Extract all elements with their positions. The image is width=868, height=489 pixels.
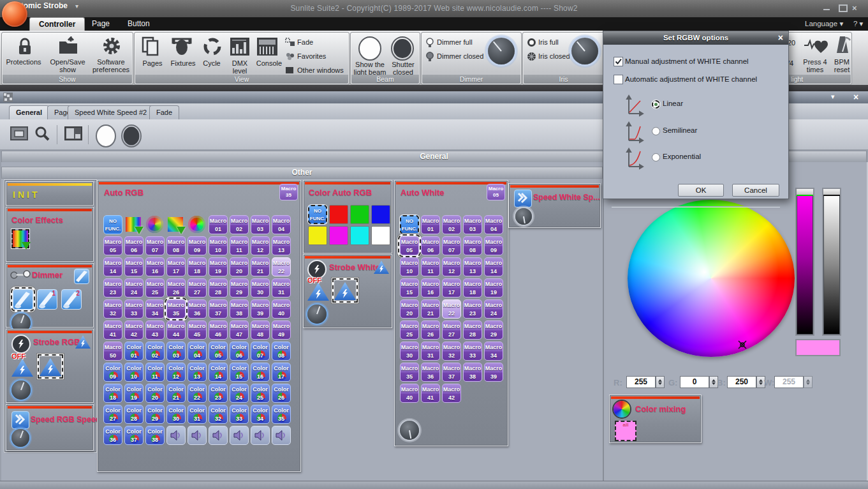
dimmer-beam-button-1[interactable]: 1 [37,289,57,310]
color-auto-rgb-swatch-1[interactable] [329,205,348,224]
white-slider-handle[interactable] [823,189,840,196]
maximize-button[interactable] [837,3,848,11]
color-wheel-effect-icon[interactable] [145,215,165,234]
rainbow-diagonal-effect-icon[interactable] [166,215,186,234]
iris-full-button[interactable]: Iris full [538,38,559,46]
auto-white-macro-button-31[interactable]: Macro31 [421,342,440,361]
auto-rgb-macro-button-14[interactable]: Macro14 [103,257,122,276]
auto-white-macro-button-36[interactable]: Macro36 [421,363,440,382]
auto-rgb-no-func-button[interactable]: NOFUNC. [103,215,122,234]
dimmer-panel[interactable]: Dimmer 1 2 [6,263,94,327]
auto-rgb-color-button-22[interactable]: Color22 [188,384,207,403]
auto-rgb-color-button-38[interactable]: Color38 [145,426,165,445]
auto-rgb-macro-button-18[interactable]: Macro18 [188,257,207,276]
iris-closed-button[interactable]: Iris closed [538,52,570,60]
color-auto-rgb-swatch-3[interactable] [371,205,390,224]
dimmer-knob[interactable] [488,38,515,64]
strobe-rgb-knob[interactable] [11,380,31,400]
auto-white-macro-button-08[interactable]: Macro08 [463,236,482,255]
auto-white-macro-button-13[interactable]: Macro13 [463,257,482,276]
protections-button[interactable]: Protections [3,58,44,66]
auto-rgb-color-button-37[interactable]: Color37 [124,426,143,445]
dmx-level-button[interactable]: DMX level [226,59,253,75]
auto-rgb-color-button-02[interactable]: Color02 [145,342,165,361]
auto-rgb-speaker-button-4[interactable] [230,426,249,445]
auto-rgb-color-button-21[interactable]: Color21 [166,384,186,403]
auto-rgb-color-button-36[interactable]: Color36 [103,426,122,445]
auto-rgb-color-button-17[interactable]: Color17 [272,363,291,382]
auto-rgb-macro-button-12[interactable]: Macro12 [251,236,270,255]
white-beam-button[interactable] [94,124,117,148]
auto-rgb-macro-button-45[interactable]: Macro45 [188,320,207,340]
color-auto-rgb-swatch-2[interactable] [350,205,369,224]
minimize-button[interactable] [821,3,833,11]
auto-rgb-macro-button-20[interactable]: Macro20 [230,257,249,276]
auto-white-macro-button-15[interactable]: Macro15 [400,278,419,297]
strobe-white-on-button[interactable] [334,280,356,301]
white-slider[interactable] [822,188,841,336]
auto-white-macro-button-22[interactable]: Macro22 [442,299,461,319]
linear-radio[interactable] [652,100,660,109]
auto-rgb-macro-button-01[interactable]: Macro01 [209,215,228,234]
window-menu-caret-icon[interactable]: ▾ [831,93,835,101]
iris-knob[interactable] [571,38,598,64]
auto-rgb-color-button-10[interactable]: Color10 [124,363,143,382]
color-wheel[interactable] [628,200,795,357]
screen-view-button[interactable] [10,126,28,142]
cancel-button[interactable]: Cancel [732,184,779,197]
shutter-closed-button[interactable]: Shutter closed [388,61,418,76]
auto-white-macro-button-40[interactable]: Macro40 [400,384,419,403]
auto-white-macro-button-10[interactable]: Macro10 [400,257,419,276]
rainbow-effect-icon[interactable] [124,215,143,234]
auto-white-macro-button-29[interactable]: Macro29 [484,320,503,340]
auto-white-macro-button-39[interactable]: Macro39 [484,363,503,382]
bpm-reset-button[interactable]: BPM reset [831,58,853,73]
app-logo-button[interactable] [2,1,27,27]
color-mixing-panel[interactable]: Color mixing all [609,395,702,443]
auto-rgb-color-button-12[interactable]: Color12 [166,363,186,382]
auto-rgb-macro-button-05[interactable]: Macro05 [103,236,122,255]
auto-rgb-macro-button-15[interactable]: Macro15 [124,257,143,276]
auto-rgb-macro-button-34[interactable]: Macro34 [145,299,165,319]
auto-white-macro-button-17[interactable]: Macro17 [442,278,461,297]
auto-rgb-color-button-34[interactable]: Color34 [251,405,270,424]
brightness-slider-handle[interactable] [797,189,813,196]
color-wheel-effect-2-icon[interactable] [188,215,207,234]
auto-rgb-color-button-07[interactable]: Color07 [251,342,270,361]
auto-rgb-macro-button-25[interactable]: Macro25 [145,278,165,297]
auto-white-macro-button-41[interactable]: Macro41 [421,384,440,403]
auto-rgb-macro-button-21[interactable]: Macro21 [251,257,270,276]
auto-rgb-speaker-button-6[interactable] [272,426,291,445]
pages-button[interactable]: Pages [138,59,166,67]
auto-rgb-macro-button-28[interactable]: Macro28 [209,278,228,297]
auto-rgb-speaker-button-3[interactable] [209,426,228,445]
auto-rgb-macro-button-43[interactable]: Macro43 [145,320,165,340]
auto-rgb-macro-button-07[interactable]: Macro07 [145,236,165,255]
auto-white-knob[interactable] [400,421,419,440]
auto-rgb-color-button-29[interactable]: Color29 [145,405,165,424]
b-input[interactable]: 250 [727,376,756,388]
auto-rgb-color-button-26[interactable]: Color26 [272,384,291,403]
tab-controller[interactable]: Controller [29,17,85,31]
auto-rgb-macro-button-36[interactable]: Macro36 [188,299,207,319]
auto-rgb-color-button-05[interactable]: Color05 [209,342,228,361]
auto-rgb-color-button-11[interactable]: Color11 [145,363,165,382]
auto-white-macro-button-04[interactable]: Macro04 [484,215,503,234]
speed-rgb-panel[interactable]: Speed RGB Speed [6,404,94,451]
tab-page[interactable]: Page [83,17,119,31]
color-auto-rgb-no-func-button[interactable]: NOFUNC. [308,205,327,224]
auto-white-macro-button-25[interactable]: Macro25 [400,320,419,340]
auto-rgb-color-button-19[interactable]: Color19 [124,384,143,403]
color-auto-rgb-swatch-6[interactable] [350,226,369,245]
auto-rgb-macro-button-27[interactable]: Macro27 [188,278,207,297]
auto-white-macro-button-02[interactable]: Macro02 [442,215,461,234]
color-auto-rgb-swatch-7[interactable] [371,226,390,245]
auto-rgb-macro-button-08[interactable]: Macro08 [166,236,186,255]
auto-rgb-macro-button-10[interactable]: Macro10 [209,236,228,255]
ok-button[interactable]: OK [678,184,724,197]
favorites-button[interactable]: Favorites [285,52,326,61]
auto-rgb-macro-button-02[interactable]: Macro02 [230,215,249,234]
auto-rgb-color-button-01[interactable]: Color01 [124,342,143,361]
auto-rgb-macro-button-03[interactable]: Macro03 [251,215,270,234]
auto-rgb-macro-button-48[interactable]: Macro48 [251,320,270,340]
